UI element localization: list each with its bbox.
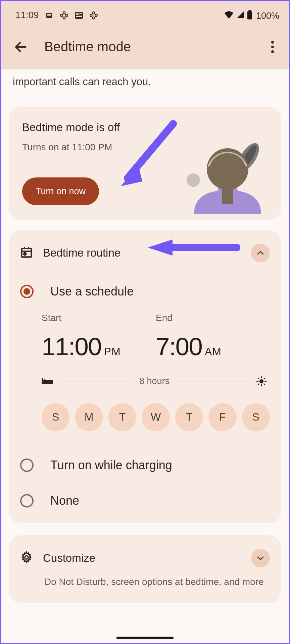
radio-charging[interactable] — [20, 459, 34, 472]
day-sat[interactable]: S — [242, 403, 270, 431]
calendar-icon — [20, 246, 33, 260]
svg-rect-8 — [247, 11, 252, 20]
option-none-label: None — [50, 494, 79, 508]
svg-point-12 — [187, 173, 200, 187]
routine-header[interactable]: Bedtime routine — [20, 244, 270, 262]
day-mon[interactable]: M — [75, 403, 103, 431]
svg-rect-6 — [79, 15, 82, 15]
day-fri[interactable]: F — [208, 403, 236, 431]
app-bar: Bedtime mode — [1, 24, 289, 69]
svg-point-19 — [24, 253, 26, 255]
news-notif-icon — [75, 11, 83, 20]
option-schedule[interactable]: Use a schedule — [20, 284, 270, 299]
svg-rect-9 — [248, 10, 251, 11]
days-row: S M T W T F S — [20, 403, 270, 431]
option-none[interactable]: None — [20, 494, 270, 508]
end-time: 7:00 — [156, 332, 202, 361]
svg-line-30 — [258, 384, 259, 385]
svg-rect-7 — [76, 16, 82, 17]
pinwheel2-notif-icon — [89, 11, 98, 20]
intro-text: important calls can reach you. — [1, 69, 289, 98]
battery-icon — [247, 10, 253, 22]
duration-text: 8 hours — [139, 376, 170, 386]
day-wed[interactable]: W — [142, 403, 170, 431]
svg-line-31 — [264, 378, 265, 379]
start-time: 11:00 — [42, 332, 101, 361]
expand-button[interactable] — [251, 549, 270, 568]
bed-icon — [42, 376, 53, 387]
day-sun[interactable]: S — [42, 403, 69, 431]
collapse-button[interactable] — [251, 244, 270, 262]
nav-handle[interactable] — [116, 637, 174, 639]
svg-point-23 — [260, 380, 263, 383]
end-ampm: AM — [205, 345, 222, 358]
svg-rect-22 — [42, 382, 53, 384]
radio-none[interactable] — [20, 494, 34, 507]
start-label: Start — [42, 313, 156, 323]
option-schedule-label: Use a schedule — [50, 284, 134, 299]
svg-point-13 — [207, 148, 248, 190]
svg-rect-1 — [47, 14, 51, 15]
duration-row: 8 hours — [20, 376, 270, 387]
day-thu[interactable]: T — [175, 403, 203, 431]
svg-point-32 — [25, 556, 28, 559]
wifi-icon — [224, 11, 234, 21]
customize-title: Customize — [43, 552, 241, 565]
end-time-picker[interactable]: End 7:00 AM — [156, 313, 270, 361]
bedtime-illustration — [181, 130, 268, 214]
day-tue[interactable]: T — [108, 403, 136, 431]
start-time-picker[interactable]: Start 11:00 PM — [42, 313, 156, 361]
svg-rect-5 — [79, 13, 82, 14]
svg-rect-14 — [222, 184, 233, 204]
start-ampm: PM — [104, 345, 121, 358]
battery-percent: 100% — [256, 11, 279, 21]
svg-line-29 — [264, 384, 265, 385]
routine-title: Bedtime routine — [43, 247, 241, 259]
radio-schedule[interactable] — [20, 285, 34, 298]
bedtime-routine-card: Bedtime routine Use a schedule Start 11:… — [9, 230, 281, 523]
customize-subtitle: Do Not Disturb, screen options at bedtim… — [44, 576, 270, 588]
gear-icon — [20, 551, 33, 565]
turn-on-button[interactable]: Turn on now — [22, 177, 99, 205]
svg-line-28 — [258, 378, 259, 379]
svg-rect-15 — [22, 249, 32, 257]
sun-icon — [256, 376, 267, 387]
messages-notif-icon — [45, 11, 54, 20]
svg-rect-2 — [47, 15, 51, 16]
back-button[interactable] — [7, 34, 34, 60]
status-bar: 11:09 100% — [1, 1, 289, 24]
status-time: 11:09 — [15, 10, 39, 20]
option-charging[interactable]: Turn on while charging — [20, 458, 270, 472]
option-charging-label: Turn on while charging — [50, 458, 172, 472]
page-title: Bedtime mode — [44, 39, 262, 54]
svg-rect-4 — [76, 13, 79, 15]
end-label: End — [156, 313, 270, 323]
signal-icon — [236, 11, 245, 21]
bedtime-status-card: Bedtime mode is off Turns on at 11:00 PM… — [9, 107, 281, 220]
customize-card[interactable]: Customize Do Not Disturb, screen options… — [9, 535, 281, 603]
pinwheel-notif-icon — [60, 11, 68, 20]
overflow-menu-button[interactable] — [262, 37, 283, 57]
